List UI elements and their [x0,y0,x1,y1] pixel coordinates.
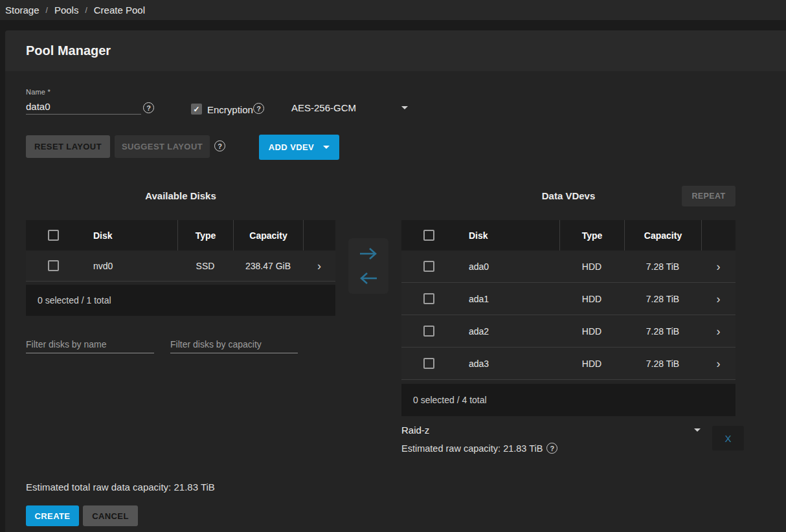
column-header-type: Type [559,220,624,250]
name-help-icon[interactable]: ? [143,102,154,113]
estimated-raw-capacity: Estimated raw capacity: 21.83 TiB [401,443,543,454]
pool-manager-screen: Storage / Pools / Create Pool Pool Manag… [0,0,786,532]
disk-type: HDD [559,359,624,369]
table-row[interactable]: ada3 HDD 7.28 TiB › [401,348,735,380]
breadcrumb: Storage / Pools / Create Pool [0,0,786,20]
cancel-button[interactable]: CANCEL [83,505,138,526]
add-vdev-button[interactable]: ADD VDEV [259,135,339,160]
remove-vdev-button[interactable]: X [712,426,744,450]
reset-layout-button[interactable]: RESET LAYOUT [26,135,110,158]
filter-name-input[interactable] [26,335,154,353]
column-header-capacity: Capacity [233,220,303,250]
disk-name: ada2 [456,326,559,337]
encryption-help-icon[interactable]: ? [253,103,264,114]
chevron-down-icon [694,428,701,432]
chevron-down-icon [323,146,330,149]
breadcrumb-separator: / [85,6,87,15]
raid-layout-value: Raid-z [401,425,429,436]
disk-type: SSD [177,261,233,271]
table-row[interactable]: ada0 HDD 7.28 TiB › [401,250,735,283]
table-row[interactable]: ada1 HDD 7.28 TiB › [401,283,735,315]
arrow-right-icon [357,246,379,261]
table-header: Disk Type Capacity [401,220,735,250]
disk-type: HDD [559,294,624,304]
page-title: Pool Manager [26,43,111,58]
filter-capacity-input[interactable] [170,335,298,353]
total-capacity-summary: Estimated total raw data capacity: 21.83… [26,482,215,493]
data-vdevs-table: Disk Type Capacity ada0 HDD 7.28 TiB › a… [401,220,735,416]
row-checkbox[interactable] [48,260,59,271]
breadcrumb-storage[interactable]: Storage [5,5,39,16]
table-row[interactable]: nvd0 SSD 238.47 GiB › [26,250,335,282]
disk-capacity: 7.28 TiB [624,261,701,272]
chevron-right-icon[interactable]: › [701,358,735,370]
disk-name: ada3 [456,359,559,369]
disk-name: nvd0 [80,261,177,271]
add-vdev-label: ADD VDEV [269,142,314,152]
row-checkbox[interactable] [423,326,434,337]
disk-capacity: 7.28 TiB [624,294,701,304]
disk-name: ada1 [456,294,559,304]
column-header-disk: Disk [80,220,177,250]
select-all-checkbox[interactable] [48,230,59,241]
available-disks-title: Available Disks [26,190,335,201]
pool-name-input[interactable] [26,99,141,115]
disk-name: ada0 [456,261,559,272]
capacity-help-icon[interactable]: ? [546,443,557,454]
chevron-down-icon [401,106,408,109]
move-left-button[interactable] [356,269,381,287]
create-button[interactable]: CREATE [26,505,79,526]
vdev-selection-status: 0 selected / 4 total [401,384,735,416]
row-checkbox[interactable] [423,358,434,369]
repeat-button[interactable]: REPEAT [682,186,735,206]
name-field-label: Name * [26,88,51,96]
disk-type: HDD [559,326,624,337]
available-disks-table: Disk Type Capacity nvd0 SSD 238.47 GiB ›… [26,220,335,316]
estimated-capacity-row: Estimated raw capacity: 21.83 TiB ? [401,443,557,454]
breadcrumb-separator: / [46,6,48,15]
available-selection-status: 0 selected / 1 total [26,285,335,316]
disk-capacity: 238.47 GiB [233,261,303,271]
raid-layout-select[interactable]: Raid-z [401,425,701,436]
arrow-left-icon [357,271,379,286]
breadcrumb-pools[interactable]: Pools [54,5,79,16]
row-checkbox[interactable] [423,293,434,304]
move-right-button[interactable] [356,245,381,263]
chevron-right-icon[interactable]: › [303,260,335,272]
card-header: Pool Manager [5,30,786,71]
check-icon: ✓ [193,105,199,114]
chevron-right-icon[interactable]: › [701,293,735,305]
row-checkbox[interactable] [423,261,434,272]
breadcrumb-create-pool: Create Pool [94,5,145,16]
column-header-actions [701,220,735,250]
encryption-checkbox[interactable]: ✓ [191,104,202,115]
cipher-select-value: AES-256-GCM [291,102,356,113]
column-header-actions [303,220,335,250]
table-row[interactable]: ada2 HDD 7.28 TiB › [401,315,735,348]
disk-capacity: 7.28 TiB [624,326,701,337]
disk-capacity: 7.28 TiB [624,359,701,369]
disk-mover-panel [348,238,388,294]
chevron-right-icon[interactable]: › [701,261,735,272]
table-header: Disk Type Capacity [26,220,335,250]
column-header-capacity: Capacity [624,220,701,250]
cipher-select[interactable]: AES-256-GCM [291,102,408,113]
layout-help-icon[interactable]: ? [214,140,225,151]
encryption-label: Encryption [207,104,253,115]
suggest-layout-button[interactable]: SUGGEST LAYOUT [115,135,210,158]
column-header-disk: Disk [456,220,559,250]
select-all-checkbox[interactable] [423,230,434,241]
disk-type: HDD [559,261,624,272]
column-header-type: Type [177,220,233,250]
chevron-right-icon[interactable]: › [701,326,735,337]
